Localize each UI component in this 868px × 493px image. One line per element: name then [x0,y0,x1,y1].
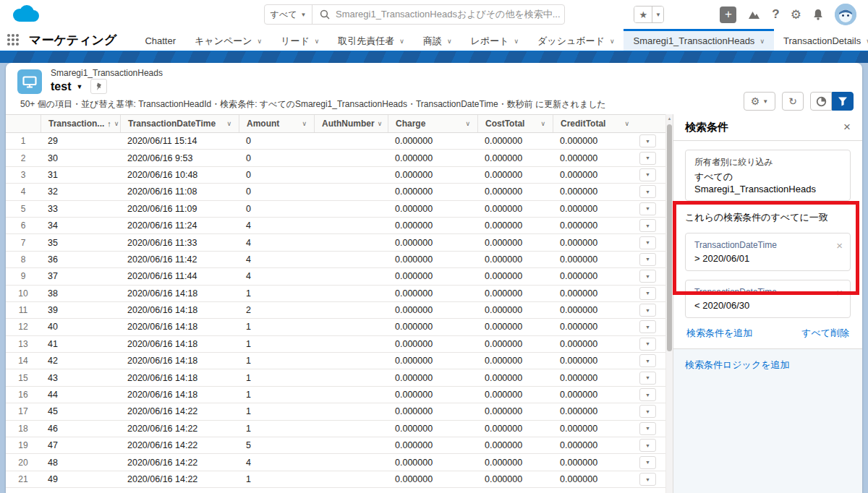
list-view-controls-button[interactable]: ⚙ ▼ [744,92,775,111]
remove-filter-icon[interactable]: × [836,239,843,252]
nav-tab-2[interactable]: リード∨ [271,29,328,51]
nav-tab-label: リード [281,35,310,48]
row-action-dropdown-button[interactable]: ▼ [639,253,656,266]
nav-tab-1[interactable]: キャンペーン∨ [185,29,271,51]
cell-1: 43 [41,369,120,385]
cell-7: 0.000000 [553,336,637,352]
cell-4 [314,437,388,453]
search-input[interactable]: Smaregi1_TransactionHeadsおよびその他を検索中... [336,8,561,21]
remove-all-link[interactable]: すべて削除 [801,327,849,340]
user-avatar[interactable] [835,4,856,25]
row-action-dropdown-button[interactable]: ▼ [639,388,656,401]
cell-6: 0.000000 [477,471,553,487]
row-number-cell: 5 [6,201,41,217]
column-menu-chevron-icon[interactable]: ∨ [378,120,383,127]
filter-panel: 検索条件 × 所有者別に絞り込み すべてのSmaregi1_Transactio… [673,114,862,493]
nav-tab-4[interactable]: 商談∨ [414,29,461,51]
nav-tab-8[interactable]: TransactionDetails∨ [774,29,868,51]
row-action-dropdown-button[interactable]: ▼ [639,456,656,469]
row-action-dropdown-button[interactable]: ▼ [639,236,656,249]
row-action-dropdown-button[interactable]: ▼ [639,304,656,317]
search-scope-selector[interactable]: すべて ▼ [265,5,312,24]
column-header-authnumber[interactable]: AuthNumber∨ [314,115,388,132]
scrollbar-up-arrow[interactable]: ▲ [666,116,673,121]
column-header-costtotal[interactable]: CostTotal∨ [477,115,553,132]
nav-tab-7[interactable]: Smaregi1_TransactionHeads∨ [624,29,773,51]
row-action-dropdown-button[interactable]: ▼ [639,134,656,147]
row-action-dropdown-button[interactable]: ▼ [639,405,656,418]
close-icon[interactable]: × [843,120,851,134]
refresh-button[interactable]: ↻ [782,92,804,111]
cell-1: 33 [41,201,120,217]
scrollbar-thumb[interactable] [667,124,672,351]
filter-card-1[interactable]: TransactionDateTime< 2020/06/30× [685,280,851,318]
help-icon[interactable]: ? [772,7,779,22]
column-menu-chevron-icon[interactable]: ∨ [226,120,231,127]
list-view-name[interactable]: test [51,80,71,93]
column-header-charge[interactable]: Charge∨ [388,115,477,132]
nav-tab-3[interactable]: 取引先責任者∨ [328,29,414,51]
column-header-credittotal[interactable]: CreditTotal∨ [553,115,637,132]
column-menu-chevron-icon[interactable]: ∨ [302,120,307,127]
column-menu-chevron-icon[interactable]: ∨ [114,120,119,127]
column-menu-chevron-icon[interactable]: ∨ [540,120,545,127]
row-action-cell: ▼ [637,437,665,453]
filter-card-0[interactable]: TransactionDateTime> 2020/06/01× [685,233,851,271]
owner-filter-card[interactable]: 所有者別に絞り込み すべてのSmaregi1_TransactionHeads [685,150,851,201]
row-action-dropdown-button[interactable]: ▼ [639,152,656,165]
row-action-dropdown-button[interactable]: ▼ [639,287,656,300]
notifications-bell-icon[interactable] [812,9,824,21]
column-menu-chevron-icon[interactable]: ∨ [465,120,470,127]
cell-4 [314,201,388,217]
row-action-dropdown-button[interactable]: ▼ [639,372,656,385]
row-action-dropdown-button[interactable]: ▼ [639,338,656,351]
filter-button-active[interactable] [832,92,854,111]
setup-gear-icon[interactable]: ⚙ [791,7,801,22]
salesforce-cloud-logo[interactable] [10,4,41,28]
app-launcher-icon[interactable] [7,34,19,46]
global-actions-plus-icon[interactable]: + [720,7,736,23]
add-filter-link[interactable]: 検索条件を追加 [686,327,752,340]
nav-tab-6[interactable]: ダッシュボード∨ [528,29,624,51]
chevron-down-icon: ∨ [514,38,519,45]
vertical-scrollbar[interactable]: ▲ [665,114,673,493]
cell-3: 0 [239,167,314,183]
row-action-dropdown-button[interactable]: ▼ [639,354,656,367]
sort-asc-icon: ↑ [107,119,111,128]
column-menu-chevron-icon[interactable]: ∨ [624,120,629,127]
column-header-transaction-[interactable]: Transaction...↑∨ [41,115,120,132]
column-label: Amount [247,119,279,129]
row-action-dropdown-button[interactable]: ▼ [639,202,656,215]
row-action-dropdown-button[interactable]: ▼ [639,270,656,283]
nav-tab-0[interactable]: Chatter [135,29,185,51]
object-label: Smaregi1_TransactionHeads [51,68,163,78]
row-action-dropdown-button[interactable]: ▼ [639,473,656,486]
cell-5: 0.000000 [388,353,477,369]
charts-button[interactable] [810,92,832,111]
column-header-transactiondatetime[interactable]: TransactionDateTime∨ [120,115,239,132]
column-header-amount[interactable]: Amount∨ [239,115,314,132]
match-all-label: これらの検索条件のすべてに一致 [685,211,851,224]
remove-filter-icon[interactable]: × [836,286,843,299]
row-action-dropdown-button[interactable]: ▼ [639,168,656,181]
add-filter-logic-link[interactable]: 検索条件ロジックを追加 [685,359,790,370]
row-action-dropdown-button[interactable]: ▼ [639,320,656,333]
column-label: Charge [396,119,425,129]
row-action-dropdown-button[interactable]: ▼ [639,422,656,435]
trailhead-guidance-icon[interactable] [747,9,761,21]
cell-1: 38 [41,286,120,301]
cell-7: 0.000000 [553,387,637,403]
nav-tab-5[interactable]: レポート∨ [461,29,529,51]
row-action-dropdown-button[interactable]: ▼ [639,185,656,198]
favorites-dropdown-icon[interactable]: ▼ [652,7,663,22]
view-dropdown-icon[interactable]: ▼ [76,83,82,90]
search-scope-label: すべて [271,9,297,21]
cell-2: 2020/06/16 14:22 [120,403,239,419]
app-name[interactable]: マーケティング [20,32,135,48]
pin-view-button[interactable] [90,79,107,94]
row-action-dropdown-button[interactable]: ▼ [639,219,656,232]
favorites-star-icon[interactable]: ★ [634,7,652,22]
row-action-dropdown-button[interactable]: ▼ [639,439,656,452]
row-action-cell: ▼ [637,150,665,166]
table-row: 7352020/06/16 11:3340.0000000.0000000.00… [6,234,665,251]
